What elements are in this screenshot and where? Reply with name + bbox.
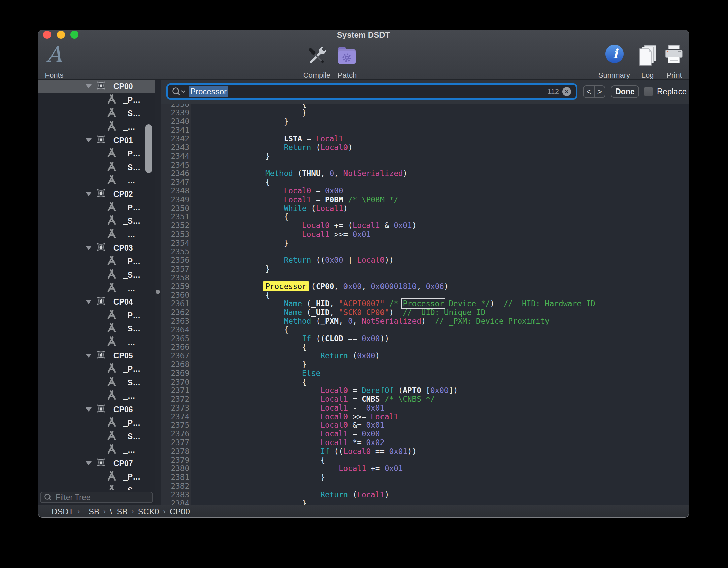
code-line[interactable]: 2363 Method (_PXM, 0, NotSerialized) // … [161,317,689,326]
code-line[interactable]: 2355 [161,248,689,256]
code-line[interactable]: 2350 While (Local1) [161,204,689,213]
tree-row[interactable]: _S… [38,214,155,228]
disclosure-triangle-icon[interactable] [86,138,92,142]
code-line[interactable]: 2349 Local1 = P0BM /* \P0BM */ [161,196,689,204]
tree-row[interactable]: _P… [38,255,155,268]
tree-row[interactable]: _S… [38,376,155,389]
code-line[interactable]: 2358 [161,274,689,282]
disclosure-triangle-icon[interactable] [86,84,92,88]
breadcrumb-item[interactable]: CP00 [170,507,190,517]
tree-row[interactable]: _P… [38,362,155,376]
next-match-button[interactable]: > [595,86,605,97]
tree-row-cp02[interactable]: CP02 [38,187,155,201]
previous-match-button[interactable]: < [584,86,595,97]
code-line[interactable]: 2356 Return ((0x00 | Local0)) [161,256,689,265]
minimize-button[interactable] [57,31,65,39]
code-line[interactable]: 2380 Local1 += 0x01 [161,464,689,473]
code-line[interactable]: 2374 Local0 >>= Local1 [161,413,689,421]
code-line[interactable]: 2381 } [161,473,689,482]
close-button[interactable] [43,31,51,39]
tree-row[interactable]: _S… [38,484,155,490]
code-line[interactable]: 2342 LSTA = Local1 [161,135,689,143]
code-line[interactable]: 2357 } [161,265,689,274]
tree-row[interactable]: _S… [38,107,155,120]
code-line[interactable]: 2379 { [161,456,689,465]
code-line[interactable]: 2338 { [161,104,689,109]
tree-row[interactable]: _… [38,389,155,403]
tree-row[interactable]: _S… [38,430,155,443]
code-line[interactable]: 2341 [161,126,689,135]
code-line[interactable]: 2384 } [161,499,689,505]
breadcrumb-item[interactable]: DSDT [52,507,73,517]
code-line[interactable]: 2352 Local0 += (Local1 & 0x01) [161,221,689,230]
code-editor[interactable]: 2338 {2339 }2340 }23412342 LSTA = Local1… [161,104,689,505]
tree-row[interactable]: _… [38,174,155,187]
tree-row-cp04[interactable]: CP04 [38,295,155,309]
tree-row-cp00[interactable]: CP00 [38,80,155,93]
tree-row-cp03[interactable]: CP03 [38,241,155,255]
fonts-icon[interactable]: A [39,42,69,67]
code-line[interactable]: 2368 } [161,360,689,369]
tree-row-cp07[interactable]: CP07 [38,457,155,470]
tree-row-cp06[interactable]: CP06 [38,403,155,416]
code-line[interactable]: 2360 { [161,291,689,300]
patch-button[interactable] [336,45,358,68]
code-line[interactable]: 2382 [161,482,689,491]
tree-row[interactable]: _… [38,443,155,457]
code-line[interactable]: 2367 Return (0x00) [161,352,689,360]
print-button-label[interactable]: Print [647,71,689,80]
code-line[interactable]: 2348 Local0 = 0x00 [161,187,689,196]
code-line[interactable]: 2365 If ((CLOD == 0x00)) [161,334,689,343]
code-line[interactable]: 2364 { [161,326,689,334]
tree-row[interactable]: _P… [38,147,155,161]
patch-button-label[interactable]: Patch [320,71,374,80]
code-line[interactable]: 2369 Else [161,369,689,378]
disclosure-triangle-icon[interactable] [86,407,92,412]
search-icon[interactable] [171,86,186,97]
tree-row[interactable]: _S… [38,322,155,335]
tree-row-cp05[interactable]: CP05 [38,349,155,362]
tree-row[interactable]: _P… [38,93,155,107]
code-line[interactable]: 2372 Local1 = CNBS /* \CNBS */ [161,395,689,404]
disclosure-triangle-icon[interactable] [86,461,92,465]
sidebar-scrollbar[interactable] [145,124,152,173]
code-line[interactable]: 2359 Processor (CP00, 0x00, 0x00001810, … [161,282,689,291]
breadcrumb-item[interactable]: \_SB [110,507,127,517]
code-line[interactable]: 2361 Name (_HID, "ACPI0007" /* Processor… [161,299,689,308]
search-input[interactable]: Processor 112 × [166,83,577,100]
disclosure-triangle-icon[interactable] [86,300,92,304]
tree-row[interactable]: _… [38,335,155,349]
code-line[interactable]: 2344 } [161,152,689,161]
log-button[interactable] [636,43,659,67]
code-line[interactable]: 2366 { [161,343,689,352]
code-line[interactable]: 2345 [161,161,689,170]
tree-row-cp01[interactable]: CP01 [38,134,155,147]
tree-row[interactable]: _S… [38,161,155,174]
tree-row[interactable]: _P… [38,201,155,214]
code-line[interactable]: 2383 Return (Local1) [161,491,689,499]
code-line[interactable]: 2339 } [161,109,689,117]
code-line[interactable]: 2377 Local1 *= 0x02 [161,438,689,447]
splitter-handle-icon[interactable] [156,290,160,294]
code-line[interactable]: 2376 Local1 = 0x00 [161,430,689,438]
compile-button[interactable] [305,43,329,70]
summary-button[interactable]: i [605,44,624,65]
code-line[interactable]: 2351 { [161,213,689,221]
breadcrumb-item[interactable]: SCK0 [138,507,159,517]
disclosure-triangle-icon[interactable] [86,354,92,358]
code-line[interactable]: 2347 { [161,178,689,187]
tree-row[interactable]: _P… [38,416,155,430]
code-line[interactable]: 2354 } [161,239,689,248]
done-button[interactable]: Done [611,85,639,98]
replace-checkbox[interactable] [644,87,653,96]
disclosure-triangle-icon[interactable] [86,192,92,196]
tree-row[interactable]: _S… [38,268,155,282]
code-line[interactable]: 2343 Return (Local0) [161,143,689,152]
filter-tree-input[interactable]: Filter Tree [40,492,153,503]
tree-row[interactable]: _… [38,282,155,295]
tree-row[interactable]: _… [38,120,155,134]
code-line[interactable]: 2340 } [161,117,689,126]
code-line[interactable]: 2346 Method (THNU, 0, NotSerialized) [161,169,689,178]
zoom-button[interactable] [70,31,78,39]
tree-row[interactable]: _P… [38,309,155,322]
